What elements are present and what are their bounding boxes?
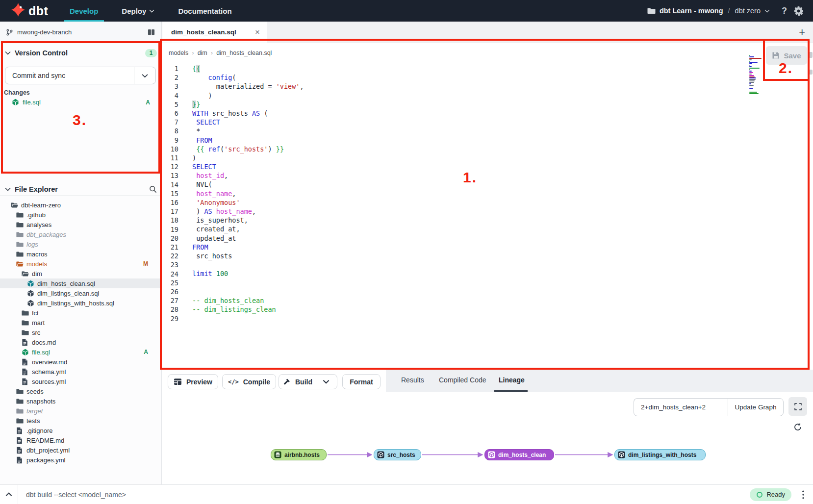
account-switcher[interactable]: dbt Learn - mwong / dbt zero — [647, 7, 770, 15]
tree-item-overview-md[interactable]: overview.md — [0, 357, 162, 367]
folder-icon — [16, 221, 24, 228]
code-line: FROM — [192, 243, 304, 252]
folder-icon — [16, 398, 24, 405]
tree-item-dim-hosts-clean-sql[interactable]: dim_hosts_clean.sql — [0, 278, 162, 288]
new-tab-button[interactable]: + — [791, 26, 813, 39]
branch-bar[interactable]: mwong-dev-branch — [0, 22, 162, 43]
build-button[interactable]: Build — [279, 374, 337, 389]
code-line: WITH src_hosts AS ( — [192, 109, 304, 118]
code-line: ) — [192, 153, 304, 162]
tree-item-dbt-project-yml[interactable]: dbt_project.yml — [0, 445, 162, 455]
kebab-menu-icon[interactable] — [802, 490, 804, 499]
lineage-node-dim-listings-with-hosts[interactable]: dim_listings_with_hosts — [614, 449, 706, 460]
file-icon — [16, 437, 24, 444]
format-button[interactable]: Format — [342, 374, 381, 389]
code-token: updated_at — [192, 234, 236, 242]
tab-results[interactable]: Results — [401, 370, 424, 390]
code-token: } — [192, 101, 196, 108]
line-number: 5 — [162, 100, 178, 109]
folder-icon — [22, 309, 29, 317]
tree-item-models[interactable]: modelsM — [0, 259, 162, 269]
tree-item-name: snapshots — [26, 398, 55, 405]
account-separator: / — [728, 7, 730, 15]
file-explorer-header[interactable]: File Explorer — [0, 179, 162, 199]
change-count-badge: 1 — [145, 49, 157, 57]
breadcrumb-separator: › — [211, 49, 213, 56]
code-token: host_name — [196, 190, 232, 198]
code-editor[interactable]: models›dim›dim_hosts_clean.sql Save 1234… — [162, 43, 813, 369]
tab-dim-hosts-clean[interactable]: dim_hosts_clean.sql × — [162, 22, 267, 43]
chevron-up-icon[interactable] — [0, 492, 18, 497]
tree-item-snapshots[interactable]: snapshots — [0, 396, 162, 406]
tree-item-readme-md[interactable]: README.md — [0, 435, 162, 445]
tree-item-file-sql[interactable]: file.sqlA — [0, 347, 162, 357]
tree-item-packages-yml[interactable]: packages.yml — [0, 455, 162, 465]
code-line: host_id, — [192, 171, 304, 180]
tree-item-name: dim_listings_with_hosts.sql — [37, 300, 114, 307]
tree-item-tests[interactable]: tests — [0, 416, 162, 426]
save-button[interactable]: Save — [766, 46, 807, 65]
environment-name: dbt zero — [735, 7, 761, 15]
tree-item-seeds[interactable]: seeds — [0, 386, 162, 396]
gear-icon[interactable] — [794, 6, 803, 16]
tree-item-schema-yml[interactable]: schema.yml — [0, 367, 162, 377]
tree-item-dbt-packages[interactable]: dbt_packages — [0, 229, 162, 239]
tab-compiled-code[interactable]: Compiled Code — [439, 370, 486, 390]
tree-item-mart[interactable]: mart — [0, 318, 162, 328]
code-token: , — [300, 82, 304, 90]
tree-item--github[interactable]: .github — [0, 210, 162, 220]
code-line: SELECT — [192, 162, 304, 171]
tree-item-target[interactable]: target — [0, 406, 162, 416]
tree-item-logs[interactable]: logs — [0, 239, 162, 249]
tree-item-dim[interactable]: dim — [0, 269, 162, 278]
build-options-chevron[interactable] — [318, 375, 333, 389]
code-line: NVL( — [192, 180, 304, 189]
folder-open-icon — [11, 202, 18, 209]
nav-item-documentation[interactable]: Documentation — [178, 0, 231, 22]
lineage-node-dim-hosts-clean[interactable]: dim_hosts_clean — [484, 449, 554, 460]
preview-button[interactable]: Preview — [168, 374, 218, 389]
nav-item-develop[interactable]: Develop — [70, 0, 98, 22]
commit-and-sync-button[interactable]: Commit and sync — [5, 67, 156, 84]
code-line: config( — [192, 73, 304, 82]
code-line: {{ — [192, 64, 304, 73]
code-token: -- dim_listings_clean — [192, 305, 276, 313]
tree-item-src[interactable]: src — [0, 328, 162, 337]
tab-lineage[interactable]: Lineage — [499, 370, 525, 390]
file-icon — [16, 447, 24, 454]
search-icon[interactable] — [149, 185, 157, 193]
commit-options-chevron[interactable] — [134, 67, 155, 84]
lineage-node-airbnb-hosts[interactable]: airbnb.hosts — [271, 449, 327, 460]
tree-item-sources-yml[interactable]: sources.yml — [0, 377, 162, 386]
code-lines: {{ config( materialized = 'view', )}}WIT… — [181, 64, 304, 323]
tree-item-dim-listings-with-hosts-sql[interactable]: dim_listings_with_hosts.sql — [0, 298, 162, 308]
tree-item-name: file.sql — [32, 349, 50, 356]
code-area[interactable]: 1234567891011121314151617181920212223242… — [162, 64, 813, 323]
changed-file-row[interactable]: file.sql A — [0, 97, 162, 107]
tree-item-name: dbt_project.yml — [26, 447, 70, 454]
tree-item-dbt-learn-zero[interactable]: dbt-learn-zero — [0, 200, 162, 210]
tree-item-analyses[interactable]: analyses — [0, 220, 162, 229]
tree-item-docs-md[interactable]: docs.md — [0, 337, 162, 347]
compile-button[interactable]: </>Compile — [222, 374, 276, 389]
tree-item--gitignore[interactable]: .gitignore — [0, 426, 162, 435]
tree-item-name: dbt-learn-zero — [21, 202, 61, 209]
code-line: ) — [192, 91, 304, 100]
command-input[interactable]: dbt build --select <model_name> — [26, 491, 750, 499]
tree-item-macros[interactable]: macros — [0, 249, 162, 259]
version-control-header[interactable]: Version Control 1 — [0, 43, 162, 63]
code-token: src_hosts — [192, 252, 232, 260]
close-icon[interactable]: × — [255, 27, 260, 37]
lineage-node-src-hosts[interactable]: src_hosts — [374, 449, 421, 460]
line-number: 18 — [162, 216, 178, 225]
nav-item-deploy[interactable]: Deploy — [122, 0, 154, 22]
code-token: limit — [192, 270, 212, 277]
tree-item-dim-listings-clean-sql[interactable]: dim_listings_clean.sql — [0, 288, 162, 298]
model-cube-icon — [377, 451, 384, 458]
tree-item-name: .github — [26, 211, 46, 219]
tree-item-fct[interactable]: fct — [0, 308, 162, 318]
file-icon — [16, 456, 24, 464]
tree-item-name: sources.yml — [32, 378, 66, 385]
help-icon[interactable]: ? — [782, 6, 787, 16]
split-panels-icon[interactable] — [147, 28, 155, 36]
